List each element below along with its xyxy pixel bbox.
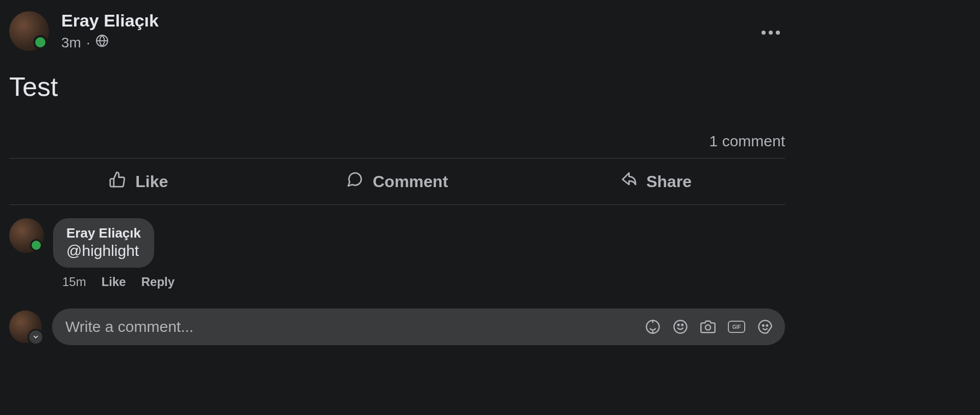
- share-button[interactable]: Share: [526, 166, 785, 197]
- author-avatar[interactable]: [9, 11, 49, 51]
- camera-icon[interactable]: [700, 319, 716, 334]
- comment-item: Eray Eliaçık @highlight: [9, 218, 785, 268]
- svg-point-11: [763, 325, 764, 327]
- comment-icon: [346, 171, 363, 192]
- share-label: Share: [646, 172, 692, 191]
- svg-point-7: [682, 324, 683, 326]
- sticker-icon[interactable]: [757, 319, 773, 334]
- post-meta: 3m ·: [61, 34, 159, 51]
- post-card: Eray Eliaçık 3m · Test 1 comment: [9, 0, 785, 345]
- svg-text:GIF: GIF: [732, 324, 741, 330]
- svg-point-2: [769, 31, 773, 35]
- svg-point-1: [762, 31, 766, 35]
- post-options-button[interactable]: [756, 25, 785, 40]
- divider: [9, 204, 785, 205]
- meta-separator: ·: [86, 35, 90, 51]
- svg-point-6: [678, 324, 679, 326]
- comment-count[interactable]: 1 comment: [709, 133, 785, 150]
- globe-icon[interactable]: [95, 34, 109, 51]
- post-timestamp[interactable]: 3m: [61, 35, 81, 51]
- online-indicator: [30, 239, 42, 251]
- post-header: Eray Eliaçık 3m ·: [9, 11, 785, 51]
- comment-timestamp[interactable]: 15m: [62, 275, 86, 289]
- svg-point-3: [776, 31, 780, 35]
- composer-icons: GIF: [645, 319, 773, 334]
- comment-like-button[interactable]: Like: [102, 275, 126, 289]
- comment-label: Comment: [373, 172, 448, 191]
- emoji-icon[interactable]: [673, 319, 688, 334]
- commenter-avatar[interactable]: [9, 218, 44, 253]
- like-label: Like: [135, 172, 168, 191]
- svg-point-8: [705, 325, 710, 330]
- gif-icon[interactable]: GIF: [728, 319, 745, 334]
- comment-composer[interactable]: GIF: [52, 308, 785, 345]
- like-button[interactable]: Like: [9, 166, 268, 197]
- chevron-down-icon[interactable]: [28, 329, 44, 345]
- post-stats: 1 comment: [9, 133, 785, 158]
- composer-avatar[interactable]: [9, 310, 42, 343]
- like-icon: [109, 171, 126, 192]
- commenter-name[interactable]: Eray Eliaçık: [66, 225, 141, 241]
- comment-button[interactable]: Comment: [268, 166, 527, 197]
- comment-composer-row: GIF: [9, 308, 785, 345]
- avatar-sticker-icon[interactable]: [645, 319, 660, 334]
- svg-point-12: [767, 325, 768, 327]
- comment-bubble: Eray Eliaçık @highlight: [53, 218, 154, 268]
- comment-text: @highlight: [66, 242, 141, 260]
- svg-point-5: [674, 321, 687, 333]
- comment-input[interactable]: [64, 318, 645, 336]
- post-actions: Like Comment Share: [9, 159, 785, 204]
- online-indicator: [33, 35, 47, 49]
- comment-actions: 15m Like Reply: [62, 275, 785, 289]
- share-icon: [620, 171, 637, 192]
- comment-reply-button[interactable]: Reply: [141, 275, 175, 289]
- author-meta: Eray Eliaçık 3m ·: [61, 11, 159, 51]
- post-content: Test: [9, 71, 785, 102]
- author-name[interactable]: Eray Eliaçık: [61, 11, 159, 30]
